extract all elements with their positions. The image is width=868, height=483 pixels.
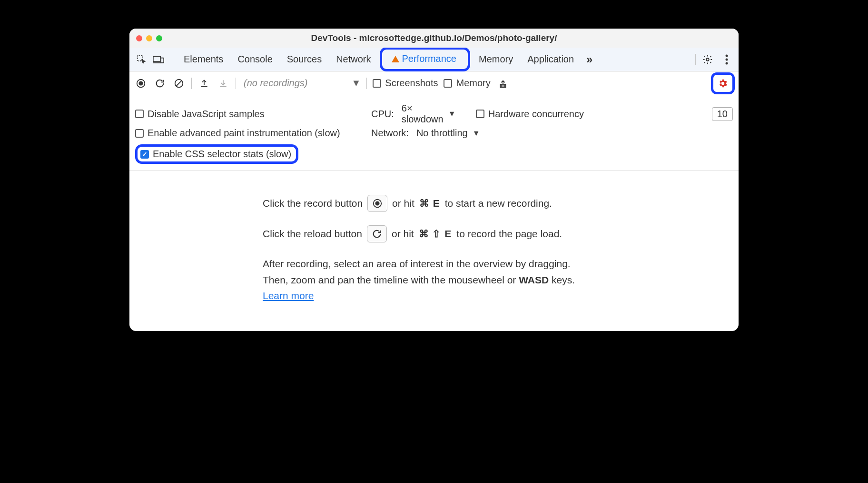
recordings-dropdown[interactable]: (no recordings) bbox=[244, 78, 308, 89]
instructions-line-1: After recording, select an area of inter… bbox=[263, 256, 634, 272]
minimize-window-button[interactable] bbox=[146, 35, 152, 41]
enable-paint-instrumentation-checkbox[interactable] bbox=[135, 129, 144, 138]
svg-point-5 bbox=[726, 54, 728, 57]
warning-icon bbox=[392, 56, 399, 62]
record-hint-text-c: to start a new recording. bbox=[445, 195, 552, 211]
maximize-window-button[interactable] bbox=[156, 35, 162, 41]
disable-js-samples-label: Disable JavaScript samples bbox=[148, 109, 265, 120]
capture-settings-highlight bbox=[711, 72, 735, 94]
tab-performance-highlight: Performance bbox=[380, 47, 471, 71]
tab-memory[interactable]: Memory bbox=[473, 51, 519, 68]
dropdown-caret-icon: ▼ bbox=[448, 110, 456, 118]
tab-performance-label: Performance bbox=[402, 53, 457, 64]
svg-rect-1 bbox=[153, 56, 160, 61]
disable-js-samples-checkbox[interactable] bbox=[135, 110, 144, 118]
divider bbox=[236, 78, 236, 89]
css-selector-stats-highlight: Enable CSS selector stats (slow) bbox=[135, 144, 298, 164]
dropdown-caret-icon: ▼ bbox=[473, 129, 480, 138]
tab-console[interactable]: Console bbox=[232, 51, 278, 68]
window-title: DevTools - microsoftedge.github.io/Demos… bbox=[129, 33, 739, 43]
screenshots-label: Screenshots bbox=[385, 78, 438, 89]
devtools-window: DevTools - microsoftedge.github.io/Demos… bbox=[129, 29, 739, 331]
record-hint-text-a: Click the record button bbox=[263, 195, 363, 211]
tab-application[interactable]: Application bbox=[522, 51, 580, 68]
record-hint-orhit: or hit bbox=[392, 195, 414, 211]
enable-css-selector-stats-checkbox[interactable] bbox=[140, 150, 149, 159]
record-shortcut: ⌘ E bbox=[419, 195, 440, 211]
titlebar: DevTools - microsoftedge.github.io/Demos… bbox=[129, 29, 739, 48]
memory-label: Memory bbox=[456, 78, 490, 89]
svg-rect-3 bbox=[161, 58, 164, 62]
reload-hint-text-a: Click the reload button bbox=[263, 226, 362, 242]
network-label: Network: bbox=[371, 128, 409, 139]
more-options-icon[interactable] bbox=[720, 52, 734, 67]
hardware-concurrency-checkbox[interactable] bbox=[476, 110, 484, 118]
clear-button[interactable] bbox=[172, 77, 186, 90]
garbage-collect-icon[interactable] bbox=[496, 77, 510, 90]
hardware-concurrency-input[interactable]: 10 bbox=[712, 107, 733, 121]
cpu-throttle-select[interactable]: 6× slowdown ▼ bbox=[402, 103, 456, 125]
reload-shortcut: ⌘ ⇧ E bbox=[419, 226, 452, 242]
device-toolbar-icon[interactable] bbox=[151, 52, 166, 67]
svg-point-9 bbox=[138, 81, 143, 85]
screenshots-checkbox[interactable] bbox=[373, 79, 381, 88]
svg-line-11 bbox=[177, 80, 182, 86]
learn-more-link[interactable]: Learn more bbox=[263, 290, 314, 301]
svg-point-4 bbox=[706, 58, 709, 61]
divider bbox=[191, 78, 192, 89]
dropdown-caret-icon[interactable]: ▼ bbox=[352, 78, 361, 89]
tab-network[interactable]: Network bbox=[330, 51, 376, 68]
divider bbox=[366, 78, 367, 89]
tab-bar: Elements Console Sources Network Perform… bbox=[129, 48, 739, 71]
close-window-button[interactable] bbox=[136, 35, 142, 41]
svg-point-6 bbox=[726, 58, 728, 60]
svg-point-7 bbox=[726, 62, 728, 64]
network-throttle-value: No throttling bbox=[416, 128, 468, 139]
tabs-overflow-button[interactable]: » bbox=[582, 53, 596, 66]
record-button-illustration bbox=[367, 195, 387, 212]
empty-state-content: Click the record button or hit ⌘ E to st… bbox=[244, 171, 739, 328]
inspect-element-icon[interactable] bbox=[134, 52, 148, 67]
divider bbox=[695, 54, 696, 65]
instructions-line-2: Then, zoom and pan the timeline with the… bbox=[263, 272, 634, 288]
cpu-label: CPU: bbox=[371, 109, 394, 120]
reload-hint-orhit: or hit bbox=[392, 226, 414, 242]
tab-sources[interactable]: Sources bbox=[281, 51, 327, 68]
svg-point-17 bbox=[375, 201, 380, 205]
enable-css-selector-stats-label: Enable CSS selector stats (slow) bbox=[153, 149, 291, 160]
memory-checkbox[interactable] bbox=[444, 79, 452, 88]
settings-gear-icon[interactable] bbox=[700, 52, 715, 67]
network-throttle-select[interactable]: No throttling ▼ bbox=[416, 128, 480, 139]
reload-button[interactable] bbox=[153, 77, 167, 90]
capture-settings-panel: Disable JavaScript samples CPU: 6× slowd… bbox=[129, 95, 739, 171]
performance-toolbar: (no recordings) ▼ Screenshots Memory bbox=[129, 71, 739, 95]
reload-hint-text-c: to record the page load. bbox=[456, 226, 562, 242]
window-controls bbox=[136, 35, 162, 41]
tab-elements[interactable]: Elements bbox=[178, 51, 229, 68]
reload-button-illustration bbox=[367, 225, 387, 242]
download-profile-icon[interactable] bbox=[217, 77, 230, 90]
hardware-concurrency-label: Hardware concurrency bbox=[488, 109, 584, 120]
record-button[interactable] bbox=[134, 77, 148, 90]
cpu-throttle-value: 6× slowdown bbox=[402, 103, 444, 125]
tab-performance[interactable]: Performance bbox=[386, 50, 463, 67]
enable-paint-instrumentation-label: Enable advanced paint instrumentation (s… bbox=[148, 128, 340, 139]
upload-profile-icon[interactable] bbox=[197, 77, 211, 90]
capture-settings-gear-icon[interactable] bbox=[716, 77, 730, 90]
